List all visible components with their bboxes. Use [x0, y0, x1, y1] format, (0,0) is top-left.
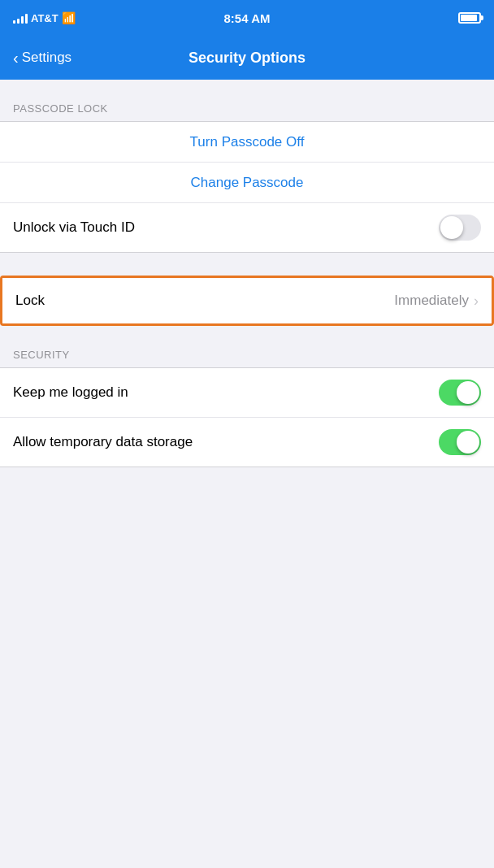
allow-temp-storage-label: Allow temporary data storage [13, 434, 193, 450]
lock-value: Immediately [394, 293, 469, 309]
lock-label: Lock [15, 293, 45, 309]
security-group: Keep me logged in Allow temporary data s… [0, 367, 494, 467]
status-bar: AT&T 📶 8:54 AM [0, 0, 494, 36]
keep-logged-in-toggle[interactable] [439, 380, 481, 406]
allow-temp-storage-toggle[interactable] [439, 429, 481, 455]
keep-logged-in-toggle-knob [457, 381, 479, 404]
keep-logged-in-label: Keep me logged in [13, 384, 128, 401]
security-section-header: SECURITY [0, 349, 494, 367]
touch-id-label: Unlock via Touch ID [13, 219, 135, 236]
battery-fill [461, 15, 477, 21]
touch-id-toggle[interactable] [439, 215, 481, 241]
passcode-group: Turn Passcode Off Change Passcode Unlock… [0, 121, 494, 253]
allow-temp-storage-toggle-knob [457, 431, 479, 454]
nav-bar: ‹ Settings Security Options [0, 36, 494, 80]
lock-row-highlighted[interactable]: Lock Immediately › [0, 276, 494, 326]
status-right [458, 12, 481, 24]
passcode-section-header: PASSCODE LOCK [0, 102, 494, 121]
turn-passcode-off-label: Turn Passcode Off [190, 134, 305, 150]
status-left: AT&T 📶 [13, 11, 76, 24]
lock-row[interactable]: Lock Immediately › [2, 278, 492, 323]
change-passcode-label: Change Passcode [191, 175, 304, 191]
change-passcode-row[interactable]: Change Passcode [0, 163, 494, 203]
battery-icon [458, 12, 481, 24]
status-time: 8:54 AM [224, 11, 271, 25]
carrier-label: AT&T [31, 12, 58, 24]
turn-passcode-off-row[interactable]: Turn Passcode Off [0, 122, 494, 163]
lock-chevron-icon: › [474, 293, 479, 310]
allow-temp-storage-row[interactable]: Allow temporary data storage [0, 418, 494, 467]
back-chevron-icon: ‹ [13, 50, 19, 66]
back-button[interactable]: ‹ Settings [13, 50, 72, 66]
toggle-knob [440, 216, 463, 239]
keep-logged-in-row[interactable]: Keep me logged in [0, 368, 494, 418]
signal-bars-icon [13, 12, 28, 24]
wifi-icon: 📶 [62, 11, 76, 24]
touch-id-row[interactable]: Unlock via Touch ID [0, 203, 494, 252]
page-title: Security Options [188, 50, 306, 67]
back-label: Settings [22, 50, 72, 66]
content-area: PASSCODE LOCK Turn Passcode Off Change P… [0, 80, 494, 467]
lock-row-right: Immediately › [394, 293, 479, 310]
